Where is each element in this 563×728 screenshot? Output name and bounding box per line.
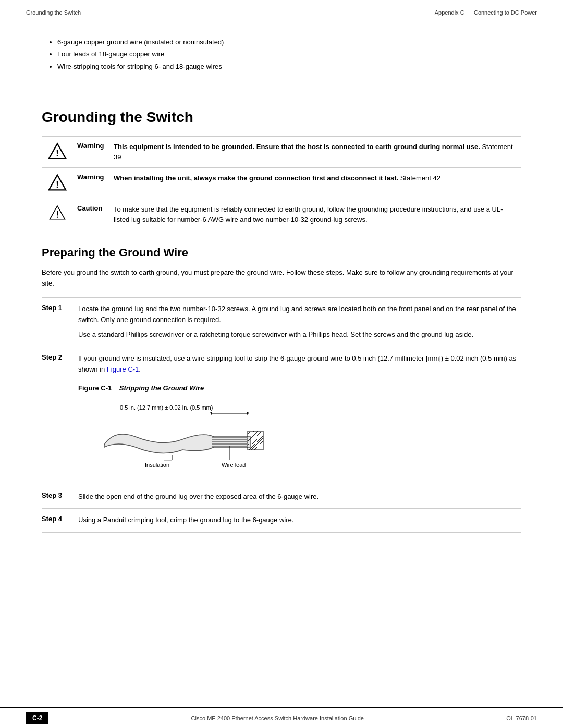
step4-label: Step 4 xyxy=(42,515,70,523)
caution-icon-cell xyxy=(42,199,73,230)
intro-bullet-2: Four leads of 18-gauge copper wire xyxy=(57,48,563,60)
caution-label: Caution xyxy=(73,199,109,230)
step1-content: Locate the ground lug and the two number… xyxy=(78,304,521,340)
step1-label: Step 1 xyxy=(42,304,70,312)
svg-line-22 xyxy=(258,444,263,450)
figure-caption-title: Stripping the Ground Wire xyxy=(119,384,204,392)
notices-table: ! Warning This equipment is intended to … xyxy=(42,136,521,230)
page-header: Grounding the Switch Appendix C Connecti… xyxy=(0,0,563,20)
section1-heading: Grounding the Switch xyxy=(42,109,521,126)
footer-doc-number: OL-7678-01 xyxy=(506,715,537,721)
svg-line-23 xyxy=(261,447,263,450)
svg-text:!: ! xyxy=(56,180,58,189)
caution-icon xyxy=(49,204,66,221)
footer-page-number: C-2 xyxy=(26,712,48,724)
step2-label: Step 2 xyxy=(42,353,70,361)
caution-text: To make sure that the equipment is relia… xyxy=(109,199,521,230)
notice-row-warning1: ! Warning This equipment is intended to … xyxy=(42,137,521,168)
warning2-icon-cell: ! xyxy=(42,168,73,199)
intro-bullet-1: 6-gauge copper ground wire (insulated or… xyxy=(57,36,563,48)
notice-row-caution: Caution To make sure that the equipment … xyxy=(42,199,521,230)
header-right: Appendix C Connecting to DC Power xyxy=(435,9,537,16)
figure-caption-number: Figure C-1 xyxy=(78,384,112,392)
svg-text:Insulation: Insulation xyxy=(145,462,169,468)
warning1-icon: ! xyxy=(48,142,67,161)
step2-row: Step 2 If your ground wire is insulated,… xyxy=(42,347,521,485)
step3-para1: Slide the open end of the ground lug ove… xyxy=(78,491,521,502)
warning2-icon: ! xyxy=(48,173,67,192)
svg-text:60528: 60528 xyxy=(317,442,318,456)
step2-content: If your ground wire is insulated, use a … xyxy=(78,353,521,478)
step2-para1: If your ground wire is insulated, use a … xyxy=(78,353,521,375)
figure-c1-link[interactable]: Figure C-1 xyxy=(107,365,139,373)
warning1-label: Warning xyxy=(73,137,109,168)
svg-text:0.5 in. (12.7 mm) ± 0.02 in. (: 0.5 in. (12.7 mm) ± 0.02 in. (0.5 mm) xyxy=(120,404,213,411)
intro-bullets-list: 6-gauge copper ground wire (insulated or… xyxy=(42,36,563,72)
warning2-text-normal: Statement 42 xyxy=(398,174,440,182)
warning1-text-bold: This equipment is intended to be grounde… xyxy=(114,143,480,151)
notice-row-warning2: ! Warning When installing the unit, alwa… xyxy=(42,168,521,199)
section2-intro: Before you ground the switch to earth gr… xyxy=(42,267,521,289)
steps-section: Step 1 Locate the ground lug and the two… xyxy=(42,297,521,533)
svg-point-6 xyxy=(57,217,58,218)
step3-row: Step 3 Slide the open end of the ground … xyxy=(42,485,521,509)
page: Grounding the Switch Appendix C Connecti… xyxy=(0,0,563,728)
step1-para1: Locate the ground lug and the two number… xyxy=(78,304,521,326)
warning2-label: Warning xyxy=(73,168,109,199)
figure-caption: Figure C-1 Stripping the Ground Wire xyxy=(78,383,521,394)
svg-line-14 xyxy=(248,431,250,434)
figure-svg: 0.5 in. (12.7 mm) ± 0.02 in. (0.5 mm) xyxy=(89,400,318,476)
warning2-text-bold: When installing the unit, always make th… xyxy=(114,174,398,182)
svg-text:!: ! xyxy=(56,149,58,158)
figure-diagram: 0.5 in. (12.7 mm) ± 0.02 in. (0.5 mm) xyxy=(89,400,308,473)
svg-text:Wire lead: Wire lead xyxy=(222,462,246,468)
figure-c1-container: Figure C-1 Stripping the Ground Wire 0.5… xyxy=(78,383,521,473)
step4-content: Using a Panduit crimping tool, crimp the… xyxy=(78,515,521,526)
warning1-icon-cell: ! xyxy=(42,137,73,168)
step3-label: Step 3 xyxy=(42,491,70,499)
caution-text-normal: To make sure that the equipment is relia… xyxy=(114,205,503,224)
header-chapter: Connecting to DC Power xyxy=(474,9,537,16)
step4-row: Step 4 Using a Panduit crimping tool, cr… xyxy=(42,509,521,533)
header-appendix: Appendix C xyxy=(435,9,464,16)
step1-row: Step 1 Locate the ground lug and the two… xyxy=(42,298,521,347)
step3-content: Slide the open end of the ground lug ove… xyxy=(78,491,521,502)
page-footer: C-2 Cisco ME 2400 Ethernet Access Switch… xyxy=(0,707,563,728)
section2-heading: Preparing the Ground Wire xyxy=(42,246,521,260)
step4-para1: Using a Panduit crimping tool, crimp the… xyxy=(78,515,521,526)
footer-center-text: Cisco ME 2400 Ethernet Access Switch Har… xyxy=(191,715,364,721)
main-content: Grounding the Switch ! Warning This equi… xyxy=(0,88,563,564)
warning2-text: When installing the unit, always make th… xyxy=(109,168,521,199)
step1-para2: Use a standard Phillips screwdriver or a… xyxy=(78,329,521,340)
warning1-text: This equipment is intended to be grounde… xyxy=(109,137,521,168)
intro-bullet-3: Wire-stripping tools for stripping 6- an… xyxy=(57,60,563,72)
header-left: Grounding the Switch xyxy=(26,9,81,16)
svg-line-15 xyxy=(248,431,254,438)
